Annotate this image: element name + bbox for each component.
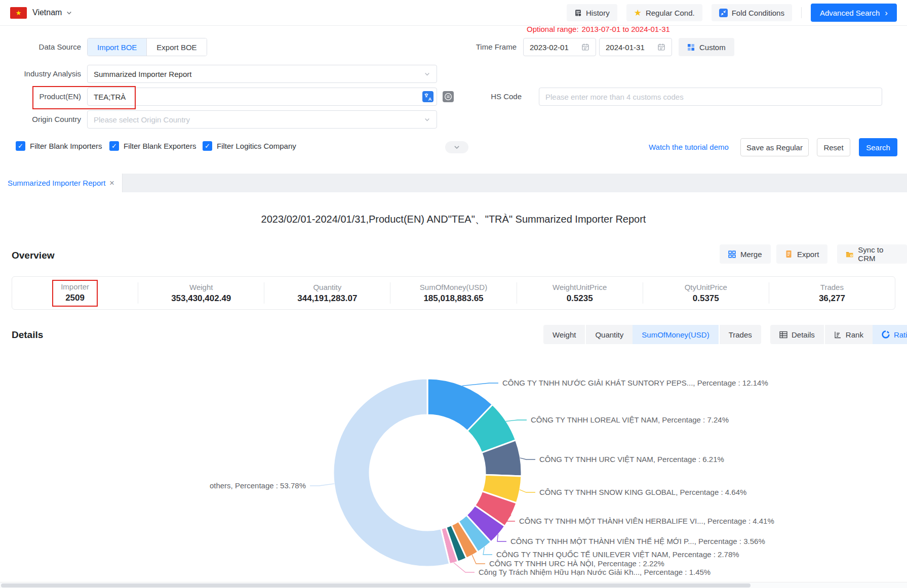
tab-details-view[interactable]: Details — [770, 325, 824, 344]
flag-star-icon: ★ — [16, 10, 22, 16]
slice-label: others, Percentage : 53.78% — [210, 481, 306, 490]
slice-leader-line — [454, 563, 475, 572]
fold-conditions-button[interactable]: Fold Conditions — [712, 4, 792, 21]
checkbox-checked-icon: ✓ — [203, 141, 212, 151]
save-as-regular-button[interactable]: Save as Regular — [740, 138, 809, 156]
filter-logitics-company-checkbox[interactable]: ✓ Filter Logitics Company — [203, 141, 296, 151]
stat-value: 2509 — [61, 293, 89, 303]
overview-stats-card: Importer2509Weight353,430,402.49Quantity… — [12, 276, 895, 310]
reset-button[interactable]: Reset — [817, 138, 850, 156]
close-icon[interactable]: × — [109, 179, 114, 187]
tab-ratio-view-label: Ratio — [894, 330, 907, 339]
filter-blank-importers-label: Filter Blank Importers — [30, 142, 102, 150]
stat-value: 0.5375 — [685, 293, 727, 304]
optional-range-value: 2013-07-01 to 2024-01-31 — [582, 25, 670, 33]
optional-range-label: Optional range: — [527, 25, 579, 33]
horizontal-scrollbar — [0, 582, 907, 588]
stat-label: WeightUnitPrice — [553, 283, 607, 291]
tutorial-link[interactable]: Watch the tutorial demo — [649, 138, 729, 156]
regular-cond-button[interactable]: ★ Regular Cond. — [626, 4, 702, 21]
export-button[interactable]: Export — [776, 244, 827, 264]
fold-icon — [719, 9, 728, 17]
chevron-down-icon — [424, 116, 430, 123]
merge-icon — [728, 250, 736, 258]
end-date-picker[interactable]: 2024-01-31 — [599, 38, 672, 56]
stat-highlight-box: Importer2509 — [52, 280, 98, 307]
slice-label: CÔNG TY TNHH NƯỚC GIẢI KHÁT SUNTORY PEPS… — [502, 379, 768, 387]
chevron-down-icon — [424, 71, 430, 77]
report-title: 2023/02/01-2024/01/31,Product(EN) AND"TE… — [0, 213, 907, 226]
search-button[interactable]: Search — [859, 138, 897, 156]
topbar: ★ Vietnam History ★ Regular Cond. Fold C… — [0, 0, 907, 26]
country-chevron-down-icon[interactable] — [66, 10, 72, 16]
folder-sync-icon — [846, 250, 853, 258]
slice-label: CÔNG TY TNHH MỘT THÀNH VIÊN THẾ HỆ MỚI P… — [510, 537, 765, 545]
origin-country-label: Origin Country — [0, 110, 81, 129]
view-tab-group: Details Rank Ratio — [770, 325, 907, 344]
optional-range-note: Optional range:2013-07-01 to 2024-01-31 — [527, 25, 670, 33]
tab-trades[interactable]: Trades — [719, 325, 761, 344]
origin-country-select[interactable]: Please select Origin Country — [87, 110, 437, 129]
tab-import-boe[interactable]: Import BOE — [88, 38, 146, 56]
slice-leader-line — [520, 458, 535, 459]
tab-rank-view[interactable]: Rank — [824, 325, 873, 344]
horizontal-scrollbar-thumb[interactable] — [1, 583, 751, 587]
tab-export-boe[interactable]: Export BOE — [146, 38, 206, 56]
tab-details-view-label: Details — [792, 330, 815, 339]
start-date-value: 2023-02-01 — [530, 43, 569, 52]
custom-grid-icon — [687, 44, 695, 51]
merge-button[interactable]: Merge — [720, 244, 771, 264]
start-date-picker[interactable]: 2023-02-01 — [523, 38, 596, 56]
slice-label: Công Ty Trách Nhiệm Hữu Hạn Nước Giải Kh… — [479, 568, 711, 576]
stat-label: Weight — [171, 283, 231, 291]
slice-label: CÔNG TY TNHH URC VIỆT NAM, Percentage : … — [539, 455, 724, 464]
stat-inner: Quantity344,191,283.07 — [297, 283, 357, 304]
expand-conditions-button[interactable] — [445, 141, 468, 153]
filter-blank-importers-checkbox[interactable]: ✓ Filter Blank Importers — [16, 141, 102, 151]
slice-leader-line — [483, 547, 492, 555]
stat-inner: WeightUnitPrice0.5235 — [553, 283, 607, 304]
translate-icon[interactable]: A — [422, 91, 433, 102]
hs-code-input[interactable] — [545, 93, 876, 101]
chevron-down-icon — [453, 144, 460, 151]
fold-conditions-button-label: Fold Conditions — [732, 9, 784, 17]
product-en-label: Product(EN) — [0, 88, 81, 106]
calendar-icon — [657, 43, 665, 51]
topbar-divider — [801, 7, 802, 18]
tab-summarized-importer-report[interactable]: Summarized Importer Report × — [0, 174, 123, 192]
slice-leader-line — [506, 420, 527, 422]
sync-to-crm-button[interactable]: Sync to CRM — [837, 244, 907, 264]
tab-weight[interactable]: Weight — [543, 325, 585, 344]
stat-value: 353,430,402.49 — [171, 293, 231, 304]
industry-analysis-value: Summarized Importer Report — [94, 70, 191, 78]
product-en-input[interactable] — [94, 93, 422, 101]
history-button-label: History — [586, 9, 610, 17]
tab-label: Summarized Importer Report — [8, 179, 105, 187]
filter-blank-exporters-checkbox[interactable]: ✓ Filter Blank Exporters — [109, 141, 196, 151]
export-icon — [785, 250, 793, 258]
rank-icon — [834, 331, 842, 339]
tab-quantity[interactable]: Quantity — [585, 325, 633, 344]
industry-analysis-select[interactable]: Summarized Importer Report — [87, 65, 437, 83]
time-frame-label: Time Frame — [446, 38, 517, 56]
tab-rank-view-label: Rank — [846, 330, 863, 339]
data-source-label: Data Source — [0, 38, 81, 56]
advanced-search-button[interactable]: Advanced Search › — [811, 4, 897, 22]
slice-leader-line — [520, 490, 535, 492]
overview-heading: Overview — [12, 250, 55, 261]
stat-column: SumOfMoney(USD)185,018,883.65 — [390, 282, 516, 304]
history-button[interactable]: History — [567, 4, 617, 21]
stat-inner: QtyUnitPrice0.5375 — [685, 283, 727, 304]
donut-chart: CÔNG TY TNHH NƯỚC GIẢI KHÁT SUNTORY PEPS… — [0, 349, 907, 582]
stat-column: WeightUnitPrice0.5235 — [517, 282, 643, 304]
checkbox-checked-icon: ✓ — [16, 141, 25, 151]
chevron-right-icon: › — [885, 9, 888, 17]
stat-column: Trades36,277 — [769, 282, 895, 304]
tab-sum-of-money-usd[interactable]: SumOfMoney(USD) — [633, 325, 718, 344]
tab-ratio-view[interactable]: Ratio — [873, 325, 907, 344]
stat-inner: Trades36,277 — [819, 283, 845, 304]
stat-column: Quantity344,191,283.07 — [264, 282, 390, 304]
custom-range-button[interactable]: Custom — [679, 38, 734, 56]
country-selector-label[interactable]: Vietnam — [32, 8, 62, 17]
details-heading: Details — [12, 329, 43, 341]
